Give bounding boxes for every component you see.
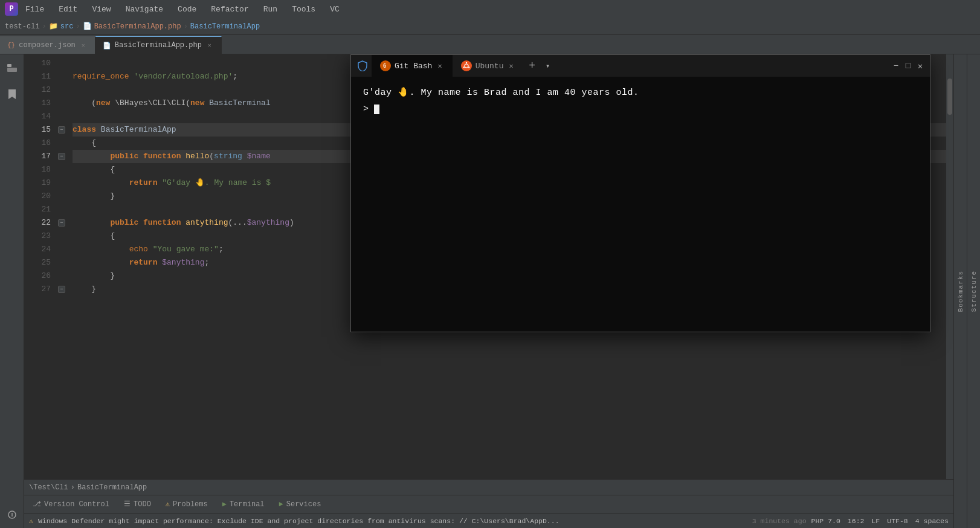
terminal-label: Terminal	[230, 500, 265, 509]
terminal-body[interactable]: G'day 🤚. My name is Brad and I am 40 yea…	[351, 77, 930, 332]
fold-close: −	[58, 286, 65, 293]
tab-label-basicapp: BasicTerminalApp.php	[115, 41, 202, 50]
breadcrumb-class[interactable]: BasicTerminalApp	[190, 22, 260, 31]
fold-hello: −	[58, 153, 65, 160]
menu-file[interactable]: File	[23, 4, 47, 15]
breadcrumb-file-icon: 📄	[83, 22, 92, 31]
path-display: \Test\Cli › BasicTerminalApp	[24, 479, 953, 495]
menu-edit[interactable]: Edit	[56, 4, 80, 15]
code-gutter: − − − −	[56, 54, 68, 479]
tab-icon-basicapp: 📄	[103, 42, 111, 50]
breadcrumb: test-cli › 📁 src › 📄 BasicTerminalApp.ph…	[0, 18, 980, 35]
svg-point-10	[463, 66, 464, 68]
terminal-maximize-button[interactable]: □	[903, 61, 913, 71]
right-sidebars: Bookmarks Structure	[953, 54, 980, 528]
terminal-dropdown-button[interactable]: ▾	[541, 57, 555, 74]
menu-run[interactable]: Run	[261, 4, 280, 15]
terminal-minimize-button[interactable]: −	[891, 61, 901, 71]
php-version[interactable]: PHP 7.0	[811, 517, 840, 525]
terminal-title-bar: G Git Bash ✕ Ubuntu ✕	[351, 55, 930, 77]
bottom-tabs: ⎇ Version Control ☰ TODO ⚠ Problems ▶ Te…	[24, 495, 953, 514]
terminal-tab-gitbash[interactable]: G Git Bash ✕	[372, 55, 453, 77]
bottom-tab-todo[interactable]: ☰ TODO	[118, 497, 157, 512]
terminal-tab-ubuntu-close[interactable]: ✕	[507, 61, 515, 71]
terminal-tab-gitbash-close[interactable]: ✕	[436, 61, 443, 71]
app-logo: P	[5, 2, 18, 16]
tab-icon-composer: {}	[7, 42, 15, 49]
fold-class: −	[58, 126, 65, 134]
main-area: 10 11 12 13 14 15 16 17 18 19 20 21 22 2…	[0, 54, 980, 528]
sidebar-icon-bookmarks[interactable]	[1, 83, 23, 105]
todo-label: TODO	[134, 500, 151, 509]
code-editor[interactable]: 10 11 12 13 14 15 16 17 18 19 20 21 22 2…	[24, 54, 953, 479]
terminal-tab-ubuntu-label: Ubuntu	[475, 62, 504, 71]
warning-icon: ⚠	[29, 517, 33, 525]
terminal-tab-ubuntu[interactable]: Ubuntu ✕	[453, 55, 524, 77]
menu-bar: File Edit View Navigate Code Refactor Ru…	[23, 4, 342, 15]
path-test-cli: \Test\Cli	[29, 483, 68, 492]
line-ending[interactable]: LF	[871, 517, 880, 525]
svg-point-9	[468, 66, 469, 68]
terminal-cursor	[374, 105, 379, 114]
svg-rect-1	[7, 68, 17, 72]
bottom-tab-version-control[interactable]: ⎇ Version Control	[27, 497, 115, 512]
bottom-panel: ⎇ Version Control ☰ TODO ⚠ Problems ▶ Te…	[24, 495, 953, 528]
fold-antything: −	[58, 219, 65, 227]
services-label: Services	[286, 500, 321, 509]
version-control-label: Version Control	[44, 500, 109, 509]
path-sep: ›	[71, 483, 75, 492]
ubuntu-icon	[461, 60, 472, 71]
problems-icon: ⚠	[166, 500, 170, 509]
tab-composer[interactable]: {} composer.json ✕	[0, 36, 95, 54]
path-class: BasicTerminalApp	[77, 483, 147, 492]
tabs-bar: {} composer.json ✕ 📄 BasicTerminalApp.ph…	[0, 35, 980, 54]
terminal-window-controls: − □ ✕	[891, 61, 925, 71]
bookmarks-sidebar[interactable]: Bookmarks	[953, 54, 967, 528]
terminal-close-button[interactable]: ✕	[915, 61, 925, 71]
terminal-shield-icon	[356, 59, 369, 72]
breadcrumb-project[interactable]: test-cli	[5, 22, 40, 31]
gitbash-icon: G	[380, 60, 391, 71]
bottom-tab-terminal[interactable]: ▶ Terminal	[216, 497, 271, 512]
menu-tools[interactable]: Tools	[289, 4, 318, 15]
breadcrumb-folder[interactable]: src	[60, 22, 74, 31]
status-warning-time: 3 minutes ago	[752, 517, 807, 525]
breadcrumb-folder-icon: 📁	[49, 22, 58, 31]
terminal-tab-gitbash-label: Git Bash	[395, 62, 432, 71]
tab-close-basicapp[interactable]: ✕	[205, 41, 214, 50]
tab-label-composer: composer.json	[19, 41, 76, 50]
problems-label: Problems	[173, 500, 208, 509]
bottom-tab-services[interactable]: ► Services	[273, 497, 327, 512]
terminal-window[interactable]: G Git Bash ✕ Ubuntu ✕	[350, 54, 930, 332]
cursor-position[interactable]: 16:2	[848, 517, 865, 525]
breadcrumb-file[interactable]: BasicTerminalApp.php	[94, 22, 181, 31]
vertical-scrollbar[interactable]	[946, 54, 953, 479]
scrollbar-thumb[interactable]	[947, 79, 952, 115]
sidebar-icon-bottom1[interactable]	[1, 504, 23, 526]
tab-close-composer[interactable]: ✕	[79, 41, 88, 50]
left-sidebar	[0, 54, 24, 528]
terminal-prompt-char: >	[363, 104, 369, 114]
status-bar: ⚠ Windows Defender might impact performa…	[24, 514, 953, 528]
menu-refactor[interactable]: Refactor	[208, 4, 251, 15]
menu-navigate[interactable]: Navigate	[123, 4, 166, 15]
terminal-add-tab-button[interactable]: +	[524, 57, 541, 74]
menu-view[interactable]: View	[89, 4, 113, 15]
tab-basicapp[interactable]: 📄 BasicTerminalApp.php ✕	[95, 36, 222, 54]
menu-code[interactable]: Code	[175, 4, 199, 15]
bottom-tab-problems[interactable]: ⚠ Problems	[160, 497, 214, 512]
terminal-output: G'day 🤚. My name is Brad and I am 40 yea…	[363, 86, 918, 100]
terminal-prompt: >	[363, 103, 918, 117]
status-right: PHP 7.0 16:2 LF UTF-8 4 spaces	[811, 517, 949, 525]
menu-vc[interactable]: VC	[327, 4, 342, 15]
todo-icon: ☰	[124, 500, 131, 509]
sidebar-icon-project[interactable]	[1, 57, 23, 79]
editor-section: 10 11 12 13 14 15 16 17 18 19 20 21 22 2…	[24, 54, 953, 528]
encoding[interactable]: UTF-8	[887, 517, 908, 525]
title-bar: P File Edit View Navigate Code Refactor …	[0, 0, 980, 18]
structure-label: Structure	[970, 271, 978, 312]
indent[interactable]: 4 spaces	[915, 517, 949, 525]
ide-window: P File Edit View Navigate Code Refactor …	[0, 0, 980, 528]
structure-sidebar[interactable]: Structure	[967, 54, 980, 528]
svg-point-8	[465, 62, 466, 63]
